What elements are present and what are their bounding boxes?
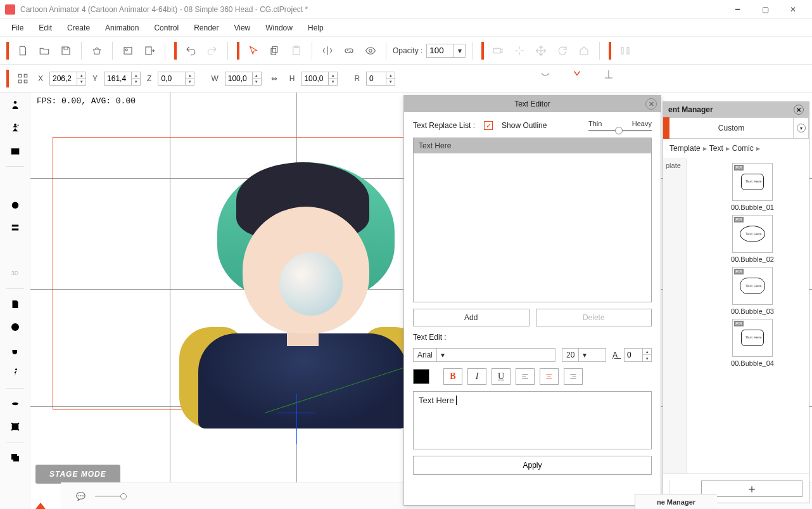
redo-button[interactable] [203, 42, 221, 60]
content-tab-more[interactable]: ▾ [794, 117, 809, 139]
menu-window[interactable]: Window [259, 21, 299, 35]
distribute-button[interactable] [616, 42, 634, 60]
show-outline-checkbox[interactable]: ✓ [484, 121, 493, 130]
text-color-swatch[interactable] [413, 369, 429, 384]
opacity-value[interactable] [427, 46, 454, 55]
add-button[interactable]: Add [413, 309, 530, 326]
content-item[interactable]: RSText Here 00.Bubble_03 [701, 267, 804, 315]
camera-button[interactable] [489, 42, 507, 60]
bone-icon[interactable] [5, 240, 25, 261]
loop-icon[interactable]: 💬 [73, 489, 87, 503]
text-editor-titlebar[interactable]: Text Editor ✕ [404, 96, 661, 112]
layer-manager-icon[interactable] [5, 448, 25, 468]
home-button[interactable] [575, 42, 593, 60]
coord-w-input[interactable]: ▴▾ [225, 72, 262, 86]
menu-edit[interactable]: Edit [32, 21, 58, 35]
font-size-select[interactable]: 20▾ [562, 348, 606, 362]
content-tab-custom[interactable]: Custom [669, 117, 794, 139]
content-grid[interactable]: RSText Here 00.Bubble_01 RSText Here 00.… [687, 158, 809, 474]
3d-icon[interactable]: 3D [5, 263, 25, 283]
stage-mode-badge[interactable]: STAGE MODE [35, 465, 120, 484]
menu-animation[interactable]: Animation [99, 21, 145, 35]
menu-render[interactable]: Render [187, 21, 225, 35]
menu-help[interactable]: Help [301, 21, 330, 35]
head-360-icon[interactable] [538, 67, 552, 81]
content-breadcrumb[interactable]: Template▸ Text▸ Comic▸ [663, 139, 809, 158]
render-image-button[interactable] [119, 42, 137, 60]
align-right-button[interactable] [564, 368, 583, 385]
zoom-slider[interactable] [95, 496, 127, 497]
content-item[interactable]: RSText Here 00.Bubble_04 [701, 319, 804, 367]
copy-button[interactable] [266, 42, 284, 60]
opacity-dropdown-icon[interactable]: ▾ [454, 44, 465, 57]
close-button[interactable]: ✕ [779, 1, 807, 18]
actor-icon[interactable] [5, 95, 25, 115]
menu-view[interactable]: View [227, 21, 257, 35]
undo-button[interactable] [182, 42, 200, 60]
outline-weight-slider[interactable]: ThinHeavy [588, 120, 652, 131]
prop-icon[interactable] [5, 294, 25, 314]
select-tool[interactable] [244, 42, 262, 60]
font-family-select[interactable]: Arial▾ [413, 348, 555, 362]
content-tree[interactable]: plate [663, 158, 687, 474]
content-manager-titlebar[interactable]: ent Manager ✕ [663, 102, 809, 117]
align-center-button[interactable] [540, 368, 559, 385]
link-button[interactable] [340, 42, 358, 60]
menu-control[interactable]: Control [148, 21, 185, 35]
paste-button[interactable] [288, 42, 305, 60]
align-left-button[interactable] [516, 368, 535, 385]
open-button[interactable] [35, 42, 53, 60]
save-button[interactable] [57, 42, 75, 60]
new-button[interactable] [14, 42, 32, 60]
delete-button[interactable]: Delete [536, 309, 652, 326]
italic-button[interactable]: I [467, 368, 486, 385]
export-button[interactable] [141, 42, 158, 60]
text-content-input[interactable]: Text Here [413, 391, 652, 449]
content-manager-close-button[interactable]: ✕ [794, 105, 804, 115]
pose-tool-icon[interactable] [5, 118, 25, 138]
visibility-button[interactable] [362, 42, 379, 60]
content-item[interactable]: RSText Here 00.Bubble_02 [701, 215, 804, 263]
coord-x-input[interactable]: ▴▾ [49, 72, 86, 86]
timer-icon[interactable] [5, 195, 25, 215]
scene-manager-tab[interactable]: ne Manager [635, 494, 717, 509]
grid-button[interactable] [14, 70, 32, 87]
coord-y-input[interactable]: ▴▾ [104, 72, 141, 86]
coord-r-input[interactable]: ▴▾ [366, 72, 395, 86]
kerning-input[interactable]: ▴▾ [624, 348, 652, 362]
maximize-button[interactable]: ▢ [751, 1, 779, 18]
runner-icon[interactable] [5, 363, 25, 383]
bold-button[interactable]: B [443, 368, 462, 385]
head-front-icon[interactable] [570, 67, 584, 81]
ffd-icon[interactable] [5, 416, 25, 437]
replace-list[interactable]: Text Here [413, 138, 652, 302]
opacity-input[interactable]: ▾ [426, 44, 466, 58]
audio-icon[interactable] [5, 172, 25, 192]
coord-h-input[interactable]: ▴▾ [301, 72, 338, 86]
underline-button[interactable]: U [492, 368, 511, 385]
hand-icon[interactable] [5, 340, 25, 360]
coord-x-label: X [35, 74, 46, 83]
marketplace-button[interactable] [88, 42, 106, 60]
layers-icon[interactable] [5, 217, 25, 238]
minimize-button[interactable]: ━ [723, 1, 751, 18]
rotate-button[interactable] [554, 42, 571, 60]
coord-w-label: W [208, 74, 220, 83]
show-outline-label: Show Outline [502, 121, 547, 130]
replace-list-item[interactable]: Text Here [414, 138, 651, 153]
svg-rect-4 [271, 48, 276, 55]
face-icon[interactable] [5, 317, 25, 337]
apply-button[interactable]: Apply [413, 456, 652, 475]
sprite-editor-icon[interactable] [5, 141, 25, 161]
menu-create[interactable]: Create [61, 21, 96, 35]
lip-icon[interactable] [5, 394, 25, 414]
move-button[interactable] [532, 42, 550, 60]
menu-file[interactable]: File [5, 21, 30, 35]
lock-aspect-icon[interactable]: ⇔ [265, 70, 283, 87]
content-item[interactable]: RSText Here 00.Bubble_01 [701, 163, 804, 211]
coord-z-input[interactable]: ▴▾ [158, 72, 194, 86]
text-editor-close-button[interactable]: ✕ [645, 98, 657, 110]
zoom-button[interactable] [511, 42, 528, 60]
head-angle-icon[interactable] [602, 67, 616, 81]
flip-horizontal-button[interactable] [319, 42, 336, 60]
